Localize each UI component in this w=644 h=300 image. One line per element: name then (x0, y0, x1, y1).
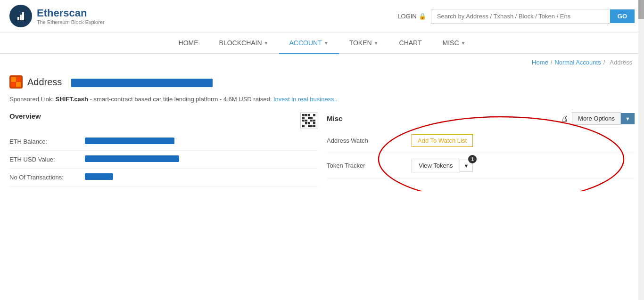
site-title: Etherscan (37, 7, 105, 19)
qr-code-icon[interactable] (300, 112, 317, 129)
lock-icon: 🔒 (419, 13, 426, 20)
misc-actions: 🖨 More Options ▼ (561, 112, 635, 125)
view-tokens-dropdown: View Tokens ▼ 1 (412, 159, 473, 172)
chevron-down-icon: ▼ (374, 41, 379, 46)
breadcrumb: Home / Normal Accounts / Address (0, 54, 644, 71)
eth-usd-row: ETH USD Value: (9, 151, 317, 169)
more-options-dropdown: More Options ▼ (572, 112, 635, 125)
address-watch-row: Address Watch Add To Watch List (327, 129, 635, 153)
search-button[interactable]: GO (610, 9, 635, 23)
breadcrumb-separator: / (551, 59, 553, 66)
view-tokens-button[interactable]: View Tokens (412, 159, 460, 172)
nav-token[interactable]: TOKEN ▼ (339, 32, 389, 53)
token-tracker-value: View Tokens ▼ 1 (412, 159, 635, 172)
svg-rect-2 (20, 15, 22, 20)
tx-count-value (85, 173, 317, 181)
sponsor-link[interactable]: Invest in real business.. (273, 96, 338, 103)
misc-title: Misc (327, 114, 342, 122)
search-bar: GO (431, 9, 635, 24)
site-subtitle: The Ethereum Block Explorer (37, 19, 105, 25)
scrollbar-thumb[interactable] (638, 0, 644, 19)
svg-rect-5 (11, 77, 16, 82)
more-options-button[interactable]: More Options (572, 112, 621, 125)
search-input[interactable] (431, 9, 610, 24)
navbar: HOME BLOCKCHAIN ▼ ACCOUNT ▼ TOKEN ▼ CHAR… (0, 32, 644, 54)
chevron-down-icon: ▼ (461, 41, 466, 46)
chevron-down-icon: ▼ (264, 41, 269, 46)
eth-usd-value (85, 155, 317, 163)
nav-chart[interactable]: CHART (389, 32, 432, 53)
sponsor-name: SHIFT.cash (56, 96, 88, 103)
nav-home[interactable]: HOME (168, 32, 209, 53)
svg-rect-8 (16, 82, 21, 87)
breadcrumb-separator: / (603, 59, 605, 66)
nav-account[interactable]: ACCOUNT ▼ (279, 32, 339, 54)
eth-usd-label: ETH USD Value: (9, 156, 85, 163)
overview-header: Overview (9, 112, 317, 133)
svg-rect-1 (17, 17, 19, 20)
logo-icon (9, 5, 32, 27)
address-value-redacted (71, 79, 213, 87)
chevron-down-icon: ▼ (324, 41, 329, 46)
overview-section: Overview ETH Balance: ETH USD Value: No … (9, 112, 317, 186)
svg-rect-3 (22, 12, 24, 20)
more-options-arrow-button[interactable]: ▼ (621, 113, 635, 124)
svg-rect-7 (11, 82, 16, 87)
overview-title: Overview (9, 112, 41, 120)
tx-count-label: No Of Transactions: (9, 174, 85, 181)
logo-text: Etherscan The Ethereum Block Explorer (37, 7, 105, 25)
svg-rect-6 (17, 77, 21, 81)
breadcrumb-current: Address (610, 59, 632, 66)
eth-balance-label: ETH Balance: (9, 138, 85, 145)
address-watch-value: Add To Watch List (412, 134, 635, 147)
page-title: Address (27, 77, 62, 88)
misc-header: Misc 🖨 More Options ▼ (327, 112, 635, 129)
login-button[interactable]: LOGIN 🔒 (397, 13, 426, 20)
scrollbar[interactable] (638, 0, 644, 191)
header-right: LOGIN 🔒 GO (397, 9, 635, 24)
eth-balance-row: ETH Balance: (9, 133, 317, 151)
eth-usd-redacted (85, 155, 179, 162)
logo-area: Etherscan The Ethereum Block Explorer (9, 5, 105, 27)
header: Etherscan The Ethereum Block Explorer LO… (0, 0, 644, 32)
breadcrumb-home[interactable]: Home (532, 59, 548, 66)
token-tracker-label: Token Tracker (327, 162, 412, 169)
address-icon (9, 75, 23, 89)
tx-count-row: No Of Transactions: (9, 169, 317, 186)
eth-balance-value (85, 138, 317, 146)
page-header: Address (0, 71, 644, 91)
sponsored-link: Sponsored Link: SHIFT.cash - smart-contr… (0, 91, 644, 107)
breadcrumb-normal-accounts[interactable]: Normal Accounts (554, 59, 601, 66)
eth-balance-redacted (85, 138, 174, 144)
add-to-watchlist-button[interactable]: Add To Watch List (412, 134, 473, 147)
misc-section: Misc 🖨 More Options ▼ Address Watch Add … (327, 112, 635, 186)
address-watch-label: Address Watch (327, 137, 412, 144)
token-count-badge: 1 (468, 155, 477, 163)
token-tracker-row: Token Tracker View Tokens ▼ 1 (327, 153, 635, 178)
nav-misc[interactable]: MISC ▼ (432, 32, 476, 53)
nav-blockchain[interactable]: BLOCKCHAIN ▼ (209, 32, 279, 53)
print-button[interactable]: 🖨 (561, 114, 568, 123)
tx-count-redacted (85, 173, 113, 180)
main-content: Overview ETH Balance: ETH USD Value: No … (0, 107, 644, 191)
